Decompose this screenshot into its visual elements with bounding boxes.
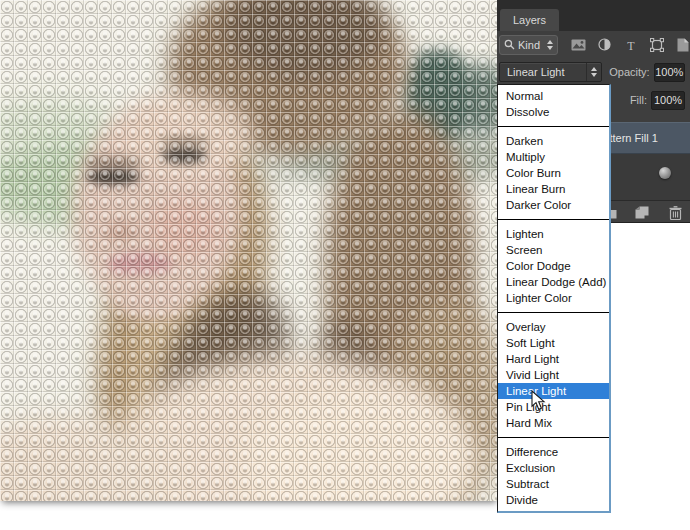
- pixel-layers-icon[interactable]: [571, 38, 586, 52]
- fill-value-box[interactable]: 100%: [651, 91, 685, 110]
- dropdown-item-screen[interactable]: Screen: [498, 242, 609, 258]
- tab-layers-label: Layers: [513, 14, 546, 26]
- svg-text:T: T: [627, 39, 635, 51]
- trash-icon[interactable]: [667, 206, 683, 220]
- dropdown-item-pin-light[interactable]: Pin Light: [498, 399, 609, 415]
- dropdown-separator: [498, 219, 609, 220]
- dropdown-item-linear-burn[interactable]: Linear Burn: [498, 181, 609, 197]
- document-canvas: [0, 0, 498, 501]
- dropdown-item-exclusion[interactable]: Exclusion: [498, 460, 609, 476]
- dropdown-item-normal[interactable]: Normal: [498, 88, 609, 104]
- dropdown-item-divide[interactable]: Divide: [498, 492, 609, 508]
- dropdown-item-linear-light[interactable]: Linear Light: [498, 383, 609, 399]
- opacity-value-box[interactable]: 100%: [654, 63, 685, 82]
- search-icon: [504, 39, 515, 50]
- dropdown-item-darker-color[interactable]: Darker Color: [498, 197, 609, 213]
- dropdown-item-dissolve[interactable]: Dissolve: [498, 104, 609, 120]
- filter-kind-select[interactable]: Kind: [499, 35, 558, 55]
- opacity-label: Opacity:: [602, 66, 650, 78]
- shape-layers-icon[interactable]: [649, 38, 664, 52]
- layer-filter-row: Kind T: [497, 31, 690, 58]
- panel-tab-bar: Layers: [497, 0, 690, 31]
- dropdown-item-overlay[interactable]: Overlay: [498, 319, 609, 335]
- dropdown-item-lighter-color[interactable]: Lighter Color: [498, 290, 609, 306]
- dropdown-item-lighten[interactable]: Lighten: [498, 226, 609, 242]
- blend-mode-dropdown: NormalDissolveDarkenMultiplyColor BurnLi…: [497, 84, 611, 513]
- lego-pattern-overlay: [0, 0, 498, 501]
- dropdown-item-soft-light[interactable]: Soft Light: [498, 335, 609, 351]
- adjustment-layers-icon[interactable]: [597, 38, 612, 52]
- blend-mode-value: Linear Light: [500, 66, 586, 78]
- dropdown-item-hard-light[interactable]: Hard Light: [498, 351, 609, 367]
- dropdown-item-vivid-light[interactable]: Vivid Light: [498, 367, 609, 383]
- dropdown-item-linear-dodge-add[interactable]: Linear Dodge (Add): [498, 274, 609, 290]
- dropdown-item-subtract[interactable]: Subtract: [498, 476, 609, 492]
- dropdown-item-hard-mix[interactable]: Hard Mix: [498, 415, 609, 431]
- dropdown-item-multiply[interactable]: Multiply: [498, 149, 609, 165]
- fill-value: 100%: [654, 94, 682, 106]
- tab-layers[interactable]: Layers: [500, 9, 559, 31]
- type-layers-icon[interactable]: T: [623, 38, 638, 52]
- dropdown-item-difference[interactable]: Difference: [498, 444, 609, 460]
- kind-select-arrows-icon: [547, 40, 553, 50]
- smart-object-layers-icon[interactable]: [675, 38, 690, 52]
- blend-select-arrows-icon: [586, 63, 601, 81]
- dropdown-item-color-dodge[interactable]: Color Dodge: [498, 258, 609, 274]
- new-layer-icon[interactable]: [634, 206, 650, 220]
- filter-icons: T: [571, 38, 690, 52]
- opacity-value: 100%: [655, 66, 683, 78]
- dropdown-separator: [498, 312, 609, 313]
- blend-mode-select[interactable]: Linear Light: [499, 62, 602, 82]
- blend-mode-row: Linear Light Opacity: 100%: [497, 58, 690, 86]
- layer-thumbnail-sphere-icon: [659, 167, 671, 179]
- filter-kind-label: Kind: [518, 39, 547, 51]
- dropdown-item-darken[interactable]: Darken: [498, 133, 609, 149]
- dropdown-separator: [498, 126, 609, 127]
- dropdown-item-color-burn[interactable]: Color Burn: [498, 165, 609, 181]
- dropdown-separator: [498, 437, 609, 438]
